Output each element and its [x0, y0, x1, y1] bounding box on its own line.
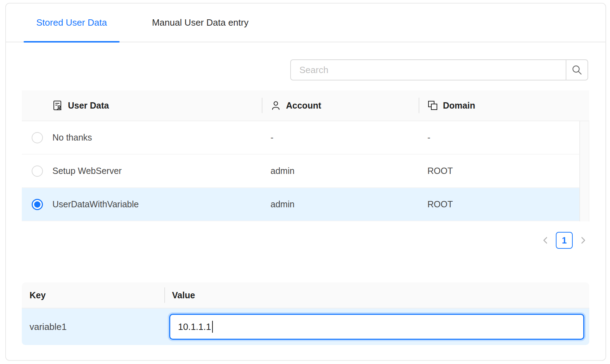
- user-data-column-label: User Data: [68, 100, 109, 111]
- pagination-current-page: 1: [562, 235, 567, 246]
- domain-cell: -: [419, 132, 589, 143]
- domain-column-header: Domain: [419, 90, 589, 121]
- row-radio-cell: [22, 199, 52, 210]
- search-input[interactable]: [290, 59, 566, 80]
- domain-cell: ROOT: [419, 166, 589, 176]
- person-icon: [271, 100, 281, 111]
- chevron-left-icon: [542, 236, 549, 244]
- kv-value-cell: 10.1.1.1: [164, 314, 589, 340]
- radio-unchecked[interactable]: [32, 132, 43, 143]
- user-data-cell: UserDataWithVariable: [52, 199, 262, 209]
- kv-header-row: Key Value: [22, 282, 589, 308]
- account-cell: -: [262, 132, 419, 143]
- kv-row-variable1: variable1 10.1.1.1: [22, 308, 589, 345]
- table-row-no-thanks[interactable]: No thanks - -: [22, 121, 589, 155]
- value-column-header: Value: [164, 282, 589, 308]
- radio-unchecked[interactable]: [32, 165, 43, 177]
- value-input[interactable]: 10.1.1.1: [169, 314, 584, 340]
- account-cell: admin: [262, 199, 419, 209]
- table-row-setup-webserver[interactable]: Setup WebServer admin ROOT: [22, 155, 589, 188]
- kv-key-cell: variable1: [22, 321, 164, 332]
- pagination-prev-button[interactable]: [540, 232, 551, 249]
- user-data-panel: Stored User Data Manual User Data entry: [5, 3, 606, 361]
- pagination: 1: [540, 232, 588, 249]
- document-person-icon: [52, 100, 63, 111]
- account-column-label: Account: [286, 100, 321, 111]
- table-header-row: User Data Account Domain: [22, 90, 589, 121]
- selection-column-header: [22, 90, 52, 121]
- tab-manual-user-data-entry[interactable]: Manual User Data entry: [139, 4, 261, 41]
- tab-stored-user-data[interactable]: Stored User Data: [24, 4, 120, 41]
- stored-user-data-table: User Data Account Domain: [22, 90, 589, 221]
- row-radio-cell: [22, 165, 52, 177]
- value-column-label: Value: [172, 290, 195, 300]
- account-column-header: Account: [262, 90, 419, 121]
- account-cell: admin: [262, 166, 419, 176]
- table-row-userdatawithvariable[interactable]: UserDataWithVariable admin ROOT: [22, 188, 589, 221]
- text-caret: [212, 321, 213, 333]
- search-group: [290, 59, 588, 80]
- radio-checked[interactable]: [32, 199, 43, 210]
- pagination-page-1[interactable]: 1: [556, 232, 573, 249]
- value-input-text: 10.1.1.1: [178, 321, 211, 332]
- domain-cell: ROOT: [419, 199, 589, 209]
- domain-column-label: Domain: [443, 100, 475, 111]
- user-data-column-header: User Data: [52, 90, 262, 121]
- overlapping-squares-icon: [427, 100, 438, 111]
- search-button[interactable]: [566, 59, 588, 80]
- row-radio-cell: [22, 132, 52, 143]
- pagination-next-button[interactable]: [578, 232, 588, 249]
- tab-bar: Stored User Data Manual User Data entry: [6, 4, 605, 43]
- user-data-cell: No thanks: [52, 132, 262, 143]
- magnifier-icon: [571, 64, 583, 76]
- key-column-header: Key: [22, 290, 164, 300]
- page: { "tabs": { "items": [ { "label": "Store…: [0, 0, 610, 364]
- table-scrollbar-track: [579, 121, 589, 221]
- user-data-cell: Setup WebServer: [52, 166, 262, 176]
- tab-stored-user-data-label: Stored User Data: [36, 17, 107, 28]
- tab-manual-user-data-entry-label: Manual User Data entry: [152, 17, 249, 28]
- chevron-right-icon: [579, 236, 587, 244]
- key-value-table: Key Value variable1 10.1.1.1: [22, 282, 589, 345]
